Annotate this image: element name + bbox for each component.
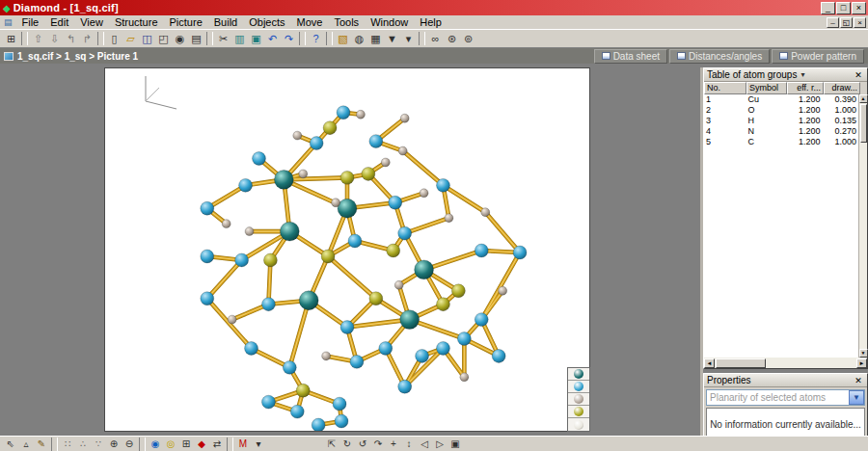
menu-picture[interactable]: Picture: [164, 16, 208, 28]
table-row[interactable]: 4N1.2000.270: [704, 126, 858, 137]
blue-sphere-icon[interactable]: ◉: [148, 438, 163, 451]
history-forward-icon[interactable]: ↱: [79, 31, 95, 46]
cut-icon[interactable]: ✂: [215, 31, 231, 46]
atom-design-icon[interactable]: ◍: [351, 31, 367, 46]
atom-h[interactable]: [245, 227, 254, 236]
menu-build[interactable]: Build: [208, 16, 243, 28]
menu-view[interactable]: View: [74, 16, 109, 28]
menu-edit[interactable]: Edit: [44, 16, 74, 28]
atom-n[interactable]: [451, 284, 465, 298]
atom-o[interactable]: [283, 360, 296, 374]
atom-h[interactable]: [499, 286, 507, 295]
menu-objects[interactable]: Objects: [243, 16, 290, 28]
zoom-mode-icon[interactable]: ↕: [401, 438, 417, 451]
atom-o[interactable]: [245, 341, 258, 355]
menu-move[interactable]: Move: [291, 16, 329, 28]
table-row[interactable]: 1Cu1.2000.390: [704, 94, 858, 105]
picture-menu-icon[interactable]: ▾: [400, 31, 417, 46]
move-down-icon[interactable]: ⇩: [46, 31, 63, 46]
pane-dropdown-icon[interactable]: ▾: [800, 70, 804, 79]
atom-h[interactable]: [445, 214, 453, 223]
scroll-left-button[interactable]: ◄: [704, 358, 715, 368]
atom-h[interactable]: [228, 315, 236, 324]
history-back-icon[interactable]: ↰: [63, 31, 79, 46]
maximize-button[interactable]: □: [836, 2, 851, 14]
atom-n[interactable]: [321, 250, 335, 263]
pane-close-icon[interactable]: ✕: [853, 69, 864, 80]
column-header-no-[interactable]: No.: [704, 82, 746, 94]
table-vertical-scrollbar[interactable]: ▲ ▼: [858, 94, 867, 358]
connect-atoms-icon[interactable]: ∞: [427, 31, 444, 46]
atom-h[interactable]: [398, 146, 407, 155]
atom-o[interactable]: [261, 298, 275, 311]
tab-data-sheet[interactable]: Data sheet: [594, 49, 667, 64]
atom-o[interactable]: [369, 135, 383, 148]
rotate-x-icon[interactable]: ↻: [339, 438, 355, 451]
atom-n[interactable]: [362, 167, 375, 180]
atom-h[interactable]: [481, 208, 490, 217]
atom-h[interactable]: [381, 158, 390, 167]
fill-cell-icon[interactable]: ⊚: [460, 31, 476, 46]
swap-axes-icon[interactable]: ⇄: [209, 438, 225, 451]
legend-h[interactable]: [568, 393, 589, 406]
legend-c[interactable]: [568, 418, 589, 431]
step-forward-icon[interactable]: ∵: [91, 438, 106, 451]
atom-h[interactable]: [420, 189, 428, 198]
open-folder-icon[interactable]: ▱: [122, 31, 139, 46]
atom-h[interactable]: [322, 352, 331, 360]
red-diamond-icon[interactable]: ◆: [194, 438, 209, 451]
view-forward-icon[interactable]: ▷: [432, 438, 448, 451]
legend-cu[interactable]: [568, 368, 589, 381]
atom-o[interactable]: [348, 234, 362, 248]
close-button[interactable]: ×: [852, 2, 866, 14]
menu-help[interactable]: Help: [414, 16, 448, 28]
print-preview-icon[interactable]: ◰: [155, 31, 172, 46]
move-mode-icon[interactable]: +: [386, 438, 401, 451]
scroll-down-button[interactable]: ▼: [859, 349, 868, 358]
vertical-scrollbar-thumb[interactable]: [860, 104, 867, 143]
mdi-close-button[interactable]: ×: [854, 17, 866, 28]
table-horizontal-scrollbar[interactable]: ◄ ►: [704, 358, 867, 368]
structure-canvas[interactable]: [104, 67, 590, 432]
atom-cu[interactable]: [274, 170, 293, 189]
atom-o[interactable]: [201, 292, 214, 305]
atom-n[interactable]: [296, 384, 310, 397]
atom-o[interactable]: [201, 201, 214, 215]
atom-o[interactable]: [235, 253, 249, 267]
atom-cu[interactable]: [280, 222, 299, 241]
undo-icon[interactable]: ↶: [264, 31, 281, 46]
atom-o[interactable]: [253, 152, 266, 166]
atom-n[interactable]: [387, 244, 400, 257]
tab-distances-angles[interactable]: Distances/angles: [669, 49, 770, 64]
atom-h[interactable]: [394, 280, 403, 289]
pencil-icon[interactable]: ✎: [34, 438, 49, 451]
atom-o[interactable]: [333, 397, 346, 411]
menu-tools[interactable]: Tools: [328, 16, 365, 28]
atom-h[interactable]: [356, 110, 365, 119]
properties-selector[interactable]: Planarity of selected atoms ▼: [706, 389, 865, 406]
atom-o[interactable]: [398, 226, 412, 240]
atom-h[interactable]: [299, 170, 308, 178]
measure-triangle-icon[interactable]: ▵: [18, 438, 34, 451]
marker-dropdown-icon[interactable]: ▾: [251, 438, 266, 451]
zoom-in-icon[interactable]: ⊕: [106, 438, 122, 451]
print-icon[interactable]: ▤: [188, 31, 204, 46]
paste-icon[interactable]: ▣: [248, 31, 264, 46]
atom-o[interactable]: [389, 196, 402, 209]
view-back-icon[interactable]: ◁: [417, 438, 432, 451]
scroll-up-button[interactable]: ▲: [859, 94, 868, 103]
molecule-drawing[interactable]: [105, 68, 589, 431]
copy-icon[interactable]: ▥: [231, 31, 248, 46]
tab-powder-pattern[interactable]: Powder pattern: [772, 49, 864, 64]
menu-window[interactable]: Window: [365, 16, 414, 28]
atom-o[interactable]: [492, 349, 505, 362]
new-document-icon[interactable]: ▯: [106, 31, 122, 46]
properties-close-icon[interactable]: ✕: [853, 375, 864, 385]
marker-m-icon[interactable]: M: [235, 438, 251, 451]
atom-o[interactable]: [201, 250, 214, 263]
atom-o[interactable]: [239, 178, 253, 192]
build-structure-icon[interactable]: ⊛: [444, 31, 460, 46]
properties-header[interactable]: Properties ✕: [704, 374, 867, 387]
camera-icon[interactable]: ▣: [448, 438, 463, 451]
minimize-button[interactable]: _: [821, 2, 835, 14]
